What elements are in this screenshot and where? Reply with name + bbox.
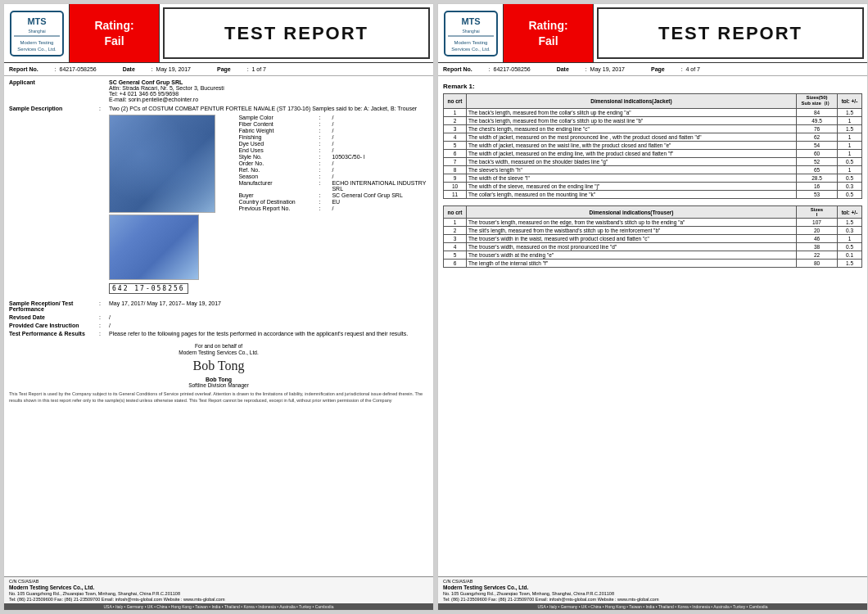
sub-field-row: Ref. No.:/	[238, 167, 428, 173]
table-row: 5The trouser's width at the ending "e"22…	[444, 251, 862, 260]
sub-field-row: Previous Report No.:/	[238, 205, 428, 211]
report-info-1: Report No. : 64217-058256 Date : May 19,…	[4, 63, 433, 76]
table-row: 4The width of jacket, measured on the mo…	[444, 133, 862, 142]
title-box-2: TEST REPORT	[597, 7, 864, 59]
sub-field-row: Country of Destination:EU	[238, 199, 428, 205]
svg-text:Services Co., Ltd.: Services Co., Ltd.	[17, 47, 57, 52]
table-row: 1The trouser's length, measured on the e…	[444, 219, 862, 227]
sub-field-row: Buyer:SC General Conf Grup SRL	[238, 192, 428, 198]
table-row: 8The sleeve's length "h"651	[444, 166, 862, 174]
page-2: MTS Shanghai Modern Testing Services Co.…	[437, 3, 868, 611]
sub-field-row: Finishing:/	[238, 134, 428, 140]
page-title-2: TEST REPORT	[658, 23, 802, 44]
trouser-col-no: no crt	[444, 206, 467, 219]
trouser-col-desc: Dimensional indications(Trouser)	[467, 206, 797, 219]
bottom-fields: Sample Reception/ Test Performance : May…	[9, 300, 428, 336]
rating-text-2: Rating: Fail	[528, 18, 567, 47]
rating-box-2: Rating: Fail	[504, 4, 594, 62]
sample-img-trouser	[109, 214, 199, 280]
sub-field-row: Order No.:/	[238, 160, 428, 166]
table-row: 10The width of the sleeve, measured on t…	[444, 183, 862, 191]
sub-field-row: Manufacturer:ECHO INTERNATIONAL INDUSTRY…	[238, 180, 428, 192]
sub-fields: Sample Color:/Fiber Content:/Fabric Weig…	[238, 115, 428, 211]
rating-box-1: Rating: Fail	[70, 4, 160, 62]
svg-text:Modern Testing: Modern Testing	[20, 40, 53, 45]
applicant-row: Applicant SC General Conf Grup SRL Attn:…	[9, 79, 428, 102]
table-row: 7The back's width, measured on the shoul…	[444, 158, 862, 166]
table-row: 2The slit's length, measured from the wa…	[444, 227, 862, 235]
sub-field-row: Fiber Content:/	[238, 121, 428, 127]
jacket-col-no: no crt	[444, 94, 467, 109]
trouser-col-size: Sizesl	[797, 206, 838, 219]
logo-box-2: MTS Shanghai Modern Testing Services Co.…	[438, 4, 504, 62]
barcode: 642 17-058256	[109, 283, 188, 294]
trouser-col-tol: tol: +/-	[838, 206, 862, 219]
jacket-col-desc: Dimensional indications(Jacket)	[467, 94, 797, 109]
report-info-2: Report No. : 64217-058256 Date : May 19,…	[438, 63, 867, 76]
page-1: MTS Shanghai Modern Testing Services Co.…	[3, 3, 434, 611]
footer-countries-2: USA • Italy • Germany • UK • China • Hon…	[438, 603, 867, 610]
footer-company-2: C/N CS/AS/AB Modern Testing Services Co.…	[438, 576, 867, 603]
sub-field-row: Dye Used:/	[238, 141, 428, 147]
header-1: MTS Shanghai Modern Testing Services Co.…	[4, 4, 433, 63]
footer-company-1: C/N CS/AS/AB Modern Testing Services Co.…	[4, 576, 433, 603]
mts-logo-1: MTS Shanghai Modern Testing Services Co.…	[9, 10, 65, 57]
svg-text:Shanghai: Shanghai	[28, 29, 45, 34]
table-row: 6The width of jacket, measured on the en…	[444, 150, 862, 158]
svg-text:Modern Testing: Modern Testing	[454, 40, 487, 45]
content-2: Remark 1: no crt Dimensional indications…	[438, 76, 867, 576]
rating-text-1: Rating: Fail	[94, 18, 133, 47]
table-row: 11The collar's length, measured on the m…	[444, 191, 862, 199]
sample-images: 642 17-058256 Sample Color:/Fiber Conten…	[109, 115, 428, 294]
signature-area: For and on behalf of Modern Testing Serv…	[9, 343, 428, 388]
content-1: Applicant SC General Conf Grup SRL Attn:…	[4, 76, 433, 576]
sub-field-row: Fabric Weight:/	[238, 128, 428, 133]
jacket-table: no crt Dimensional indications(Jacket) S…	[443, 93, 862, 199]
trouser-tbody: 1The trouser's length, measured on the e…	[444, 219, 862, 268]
header-2: MTS Shanghai Modern Testing Services Co.…	[438, 4, 867, 63]
sub-field-row: Season:/	[238, 174, 428, 179]
jacket-col-tol: tol: +/-	[838, 94, 862, 109]
disclaimer-1: This Test Report is used by the Company …	[9, 391, 428, 404]
title-box-1: TEST REPORT	[163, 7, 430, 59]
jacket-col-size: Sizes(50)Sub size（I）	[797, 94, 838, 109]
jacket-tbody: 1The back's length, measured from the co…	[444, 109, 862, 199]
table-row: 4The trouser's width, measured on the mo…	[444, 243, 862, 251]
sample-img-jacket	[109, 115, 215, 213]
signature-script: Bob Tong	[9, 359, 428, 373]
footer-countries-1: USA • Italy • Germany • UK • China • Hon…	[4, 603, 433, 610]
table-row: 3The chest's length, measured on the end…	[444, 125, 862, 133]
sub-field-row: Sample Color:/	[238, 115, 428, 120]
sample-desc-row: Sample Description : Two (2) PCs of COST…	[9, 106, 428, 297]
mts-logo-2: MTS Shanghai Modern Testing Services Co.…	[443, 10, 499, 57]
page-title-1: TEST REPORT	[224, 23, 368, 44]
table-row: 9The width of the sleeve "l"28.50.5	[444, 174, 862, 183]
remark-title: Remark 1:	[443, 83, 862, 90]
table-row: 3The trouser's width in the waist, measu…	[444, 235, 862, 243]
table-row: 5The width of jacket, measured on the wa…	[444, 142, 862, 150]
svg-text:Shanghai: Shanghai	[462, 29, 479, 34]
table-row: 6The length of the internal stitch "f"80…	[444, 260, 862, 268]
trouser-table: no crt Dimensional indications(Trouser) …	[443, 205, 862, 268]
sub-field-row: Style No.:10503C/50- l	[238, 154, 428, 160]
svg-text:Services Co., Ltd.: Services Co., Ltd.	[451, 47, 491, 52]
sub-field-row: End Uses:/	[238, 147, 428, 153]
svg-text:MTS: MTS	[461, 16, 480, 26]
table-row: 1The back's length, measured from the co…	[444, 109, 862, 117]
logo-box-1: MTS Shanghai Modern Testing Services Co.…	[4, 4, 70, 62]
table-row: 2The back's length, measured from the co…	[444, 117, 862, 125]
svg-text:MTS: MTS	[27, 16, 46, 26]
